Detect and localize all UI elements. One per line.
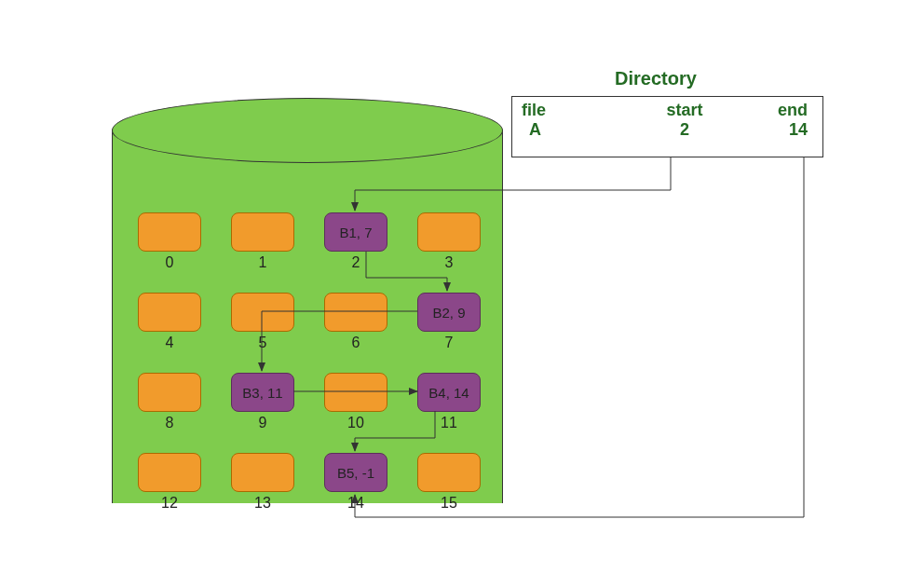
block-index: 1 (259, 254, 267, 271)
disk-block-1: 1 (231, 212, 294, 252)
block-index: 11 (441, 415, 457, 431)
block-index: 3 (445, 254, 454, 271)
disk-block-4: 4 (138, 293, 201, 332)
block-label: B3, 11 (242, 385, 282, 401)
block-index: 14 (347, 495, 364, 512)
block-index: 9 (259, 415, 267, 431)
disk-block-6: 6 (324, 293, 387, 332)
disk-block-12: 12 (138, 453, 201, 492)
block-index: 8 (166, 415, 174, 431)
dir-file: A (522, 120, 624, 140)
dir-header-file: file (522, 101, 624, 120)
block-index: 5 (259, 335, 267, 351)
block-index: 10 (347, 415, 364, 431)
disk-blocks-grid: 01B1, 723 456B2, 97 8B3, 11910B4, 1411 1… (138, 212, 522, 533)
dir-header-start: start (624, 101, 745, 120)
block-label: B4, 14 (428, 385, 469, 401)
block-index: 6 (352, 335, 360, 351)
block-index: 7 (445, 335, 454, 351)
block-index: 4 (166, 335, 174, 351)
directory-title: Directory (615, 68, 697, 89)
block-label: B5, -1 (337, 465, 374, 481)
directory-table: file start end A 2 14 (511, 96, 823, 157)
disk-block-10: 10 (324, 373, 387, 412)
block-index: 2 (352, 254, 360, 271)
block-index: 0 (166, 254, 174, 271)
disk-block-2: B1, 72 (324, 212, 387, 252)
disk-block-9: B3, 119 (231, 373, 294, 412)
disk-block-5: 5 (231, 293, 294, 332)
block-index: 12 (161, 495, 178, 512)
disk-block-8: 8 (138, 373, 201, 412)
disk-block-0: 0 (138, 212, 201, 252)
dir-end: 14 (745, 120, 813, 140)
disk-block-14: B5, -114 (324, 453, 387, 492)
disk-block-7: B2, 97 (417, 293, 481, 332)
disk-block-3: 3 (417, 212, 481, 252)
block-index: 13 (254, 495, 271, 512)
block-label: B2, 9 (432, 305, 465, 321)
block-label: B1, 7 (339, 225, 372, 240)
disk-block-15: 15 (417, 453, 481, 492)
disk-block-11: B4, 1411 (417, 373, 481, 412)
dir-header-end: end (745, 101, 813, 120)
dir-start: 2 (624, 120, 745, 140)
block-index: 15 (441, 495, 457, 512)
disk-block-13: 13 (231, 453, 294, 492)
